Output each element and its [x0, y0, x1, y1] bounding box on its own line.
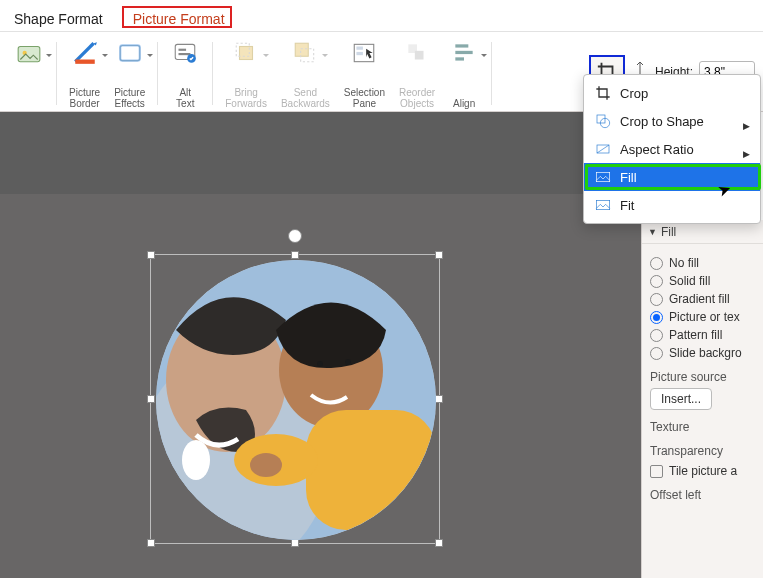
svg-rect-11 — [296, 43, 309, 56]
fill-icon — [594, 169, 612, 185]
svg-rect-32 — [597, 115, 605, 123]
resize-handle[interactable] — [435, 395, 443, 403]
svg-point-29 — [250, 453, 282, 477]
label: No fill — [669, 256, 699, 270]
svg-point-30 — [317, 361, 323, 367]
aspect-icon — [594, 141, 612, 157]
label: Selection Pane — [344, 87, 385, 109]
label: Picture or tex — [669, 310, 740, 324]
picture-effects-button[interactable]: Picture Effects — [108, 36, 151, 111]
label: Fill — [661, 225, 676, 239]
label: Bring Forwards — [225, 87, 267, 109]
remove-background-button[interactable] — [8, 36, 50, 111]
crop-dropdown: Crop Crop to Shape Aspect Ratio Fill Fit — [583, 74, 761, 224]
label: Pattern fill — [669, 328, 722, 342]
align-button[interactable]: Align — [443, 36, 485, 111]
svg-rect-36 — [596, 200, 609, 209]
resize-handle[interactable] — [291, 539, 299, 547]
tile-checkbox[interactable]: Tile picture a — [650, 464, 755, 478]
resize-handle[interactable] — [291, 251, 299, 259]
label: Crop to Shape — [620, 114, 704, 129]
svg-rect-19 — [455, 51, 472, 54]
picture-border-button[interactable]: Picture Border — [63, 36, 106, 111]
texture-label: Texture — [650, 420, 755, 434]
label: Picture Border — [69, 87, 100, 109]
label: Fill — [620, 170, 637, 185]
tab-picture-format[interactable]: Picture Format — [129, 5, 229, 31]
chevron-down-icon: ▼ — [648, 227, 657, 237]
send-backwards-button: Send Backwards — [275, 36, 336, 111]
bring-forwards-button: Bring Forwards — [219, 36, 273, 111]
svg-point-25 — [182, 440, 210, 480]
transparency-label: Transparency — [650, 444, 755, 458]
label: Send Backwards — [281, 87, 330, 109]
label: Reorder Objects — [399, 87, 435, 109]
rotate-handle[interactable] — [288, 229, 302, 243]
menu-aspect-ratio[interactable]: Aspect Ratio — [584, 135, 760, 163]
label: Aspect Ratio — [620, 142, 694, 157]
label: Tile picture a — [669, 464, 737, 478]
svg-point-31 — [345, 359, 351, 365]
radio-picture-fill[interactable]: Picture or tex — [650, 310, 755, 324]
svg-rect-14 — [357, 47, 364, 50]
resize-handle[interactable] — [435, 251, 443, 259]
svg-rect-7 — [179, 53, 191, 55]
svg-rect-27 — [306, 410, 436, 530]
crop-icon — [594, 85, 612, 101]
insert-button[interactable]: Insert... — [650, 388, 712, 410]
radio-solid-fill[interactable]: Solid fill — [650, 274, 755, 288]
svg-rect-3 — [120, 45, 140, 60]
picture-placeholder — [156, 260, 436, 540]
radio-pattern-fill[interactable]: Pattern fill — [650, 328, 755, 342]
resize-handle[interactable] — [147, 395, 155, 403]
selection-pane-button[interactable]: Selection Pane — [338, 36, 391, 111]
svg-rect-15 — [357, 52, 364, 55]
svg-rect-0 — [18, 47, 40, 62]
radio-slide-background[interactable]: Slide backgro — [650, 346, 755, 360]
label: Alt Text — [176, 87, 194, 109]
resize-handle[interactable] — [147, 251, 155, 259]
radio-gradient-fill[interactable]: Gradient fill — [650, 292, 755, 306]
resize-handle[interactable] — [435, 539, 443, 547]
label: Crop — [620, 86, 648, 101]
label: Align — [453, 98, 475, 109]
menu-fill[interactable]: Fill — [584, 163, 760, 191]
svg-rect-35 — [596, 172, 609, 181]
resize-handle[interactable] — [147, 539, 155, 547]
tab-shape-format[interactable]: Shape Format — [10, 5, 107, 31]
label: Solid fill — [669, 274, 710, 288]
canvas[interactable] — [0, 112, 641, 578]
selected-shape[interactable] — [150, 254, 440, 544]
label: Gradient fill — [669, 292, 730, 306]
svg-rect-9 — [240, 47, 253, 60]
label: Fit — [620, 198, 634, 213]
label: Slide backgro — [669, 346, 742, 360]
alt-text-button[interactable]: Alt Text — [164, 36, 206, 111]
offset-left-label: Offset left — [650, 488, 755, 502]
label: Picture Effects — [114, 87, 145, 109]
svg-rect-6 — [179, 49, 187, 51]
menu-crop-to-shape[interactable]: Crop to Shape — [584, 107, 760, 135]
svg-rect-2 — [75, 60, 95, 64]
picture-source-label: Picture source — [650, 370, 755, 384]
slide[interactable] — [0, 194, 641, 578]
svg-rect-17 — [415, 51, 424, 60]
format-pane: ▼ Fill No fill Solid fill Gradient fill … — [641, 220, 763, 578]
svg-rect-18 — [455, 44, 468, 47]
radio-no-fill[interactable]: No fill — [650, 256, 755, 270]
fit-icon — [594, 197, 612, 213]
menu-crop[interactable]: Crop — [584, 79, 760, 107]
svg-rect-20 — [455, 57, 464, 60]
shape-icon — [594, 113, 612, 129]
reorder-objects-button: Reorder Objects — [393, 36, 441, 111]
